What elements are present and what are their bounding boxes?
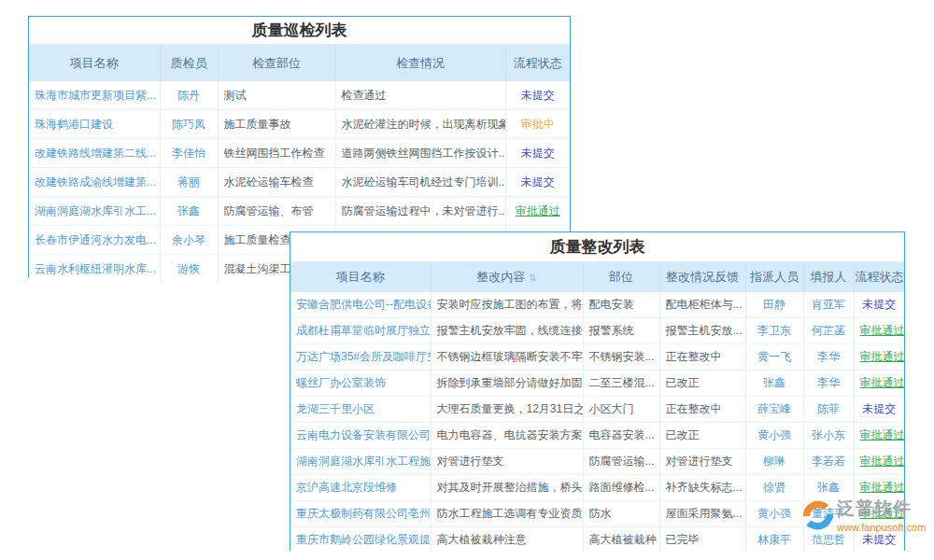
rectification-feedback: 对管进行垫支 <box>659 449 745 475</box>
rectification-feedback: 配电柜柜体与... <box>659 292 745 318</box>
rectification-content: 电力电容器、电抗器安装方案,... <box>431 423 583 449</box>
project-name-link[interactable]: 螺丝厂办公室装饰 <box>290 371 431 397</box>
rectification-part: 路面维修检... <box>583 475 659 501</box>
rectification-part: 报警系统 <box>583 318 659 344</box>
rectification-feedback: 正在整改中 <box>659 397 745 423</box>
inspection-detail: 检查通过 <box>335 81 505 110</box>
assignee-link[interactable]: 柳琳 <box>745 449 803 475</box>
workflow-status[interactable]: 未提交 <box>505 81 570 110</box>
assignee-link[interactable]: 林康平 <box>745 527 803 553</box>
workflow-status[interactable]: 未提交 <box>854 292 904 318</box>
table-row: 湖南洞庭湖水库引水工...张鑫防腐管运输、布管防腐管运输过程中，未对管进行...… <box>29 197 570 226</box>
table-row: 龙湖三千里小区大理石质量更换，12月31日之...小区大门正在整改中薛宝峰陈菲未… <box>290 397 904 423</box>
rectification-part: 高大植被栽种 <box>583 527 659 553</box>
project-name-link[interactable]: 重庆太极制药有限公司亳州中... <box>290 501 431 527</box>
assignee-link[interactable]: 黄一飞 <box>745 344 803 371</box>
reporter-link[interactable]: 李华 <box>803 344 854 371</box>
fanpu-logo-icon <box>801 499 835 533</box>
project-name-link[interactable]: 珠海市城市更新项目紫... <box>29 81 160 110</box>
rectification-content: 防水工程施工选调有专业资质... <box>431 501 583 527</box>
reporter-link[interactable]: 肖亚军 <box>803 292 854 318</box>
workflow-status[interactable]: 未提交 <box>505 168 570 197</box>
fanpu-logo: 泛普软件 www.fanpusoft.com <box>801 496 923 548</box>
inspection-detail: 防腐管运输过程中，未对管进行... <box>335 197 505 226</box>
column-header: 填报人 <box>803 262 854 292</box>
assignee-link[interactable]: 田静 <box>745 292 803 318</box>
inspection-detail: 道路两侧铁丝网围挡工作按设计... <box>335 139 505 168</box>
column-header: 项目名称 <box>290 262 431 292</box>
table-row: 安徽合肥供电公司--配电设备...安装时应按施工图的布置，将...配电安装配电柜… <box>290 292 904 318</box>
workflow-status[interactable]: 审批通过 <box>854 423 904 449</box>
project-name-link[interactable]: 重庆市鹅岭公园绿化景观提升... <box>290 527 431 553</box>
rectification-part: 不锈钢安装... <box>583 344 659 371</box>
fanpu-logo-text: 泛普软件 www.fanpusoft.com <box>837 496 926 533</box>
assignee-link[interactable]: 李卫东 <box>745 318 803 344</box>
project-name-link[interactable]: 珠海鹤港口建设 <box>29 110 160 139</box>
column-header: 检查部位 <box>218 45 335 81</box>
inspection-detail: 水泥砼运输车司机经过专门培训... <box>335 168 505 197</box>
column-header[interactable]: 整改内容⇅ <box>431 262 583 292</box>
column-header: 质检员 <box>160 45 218 81</box>
rectification-feedback: 已改正 <box>659 371 745 397</box>
inspection-part: 施工质量事故 <box>218 110 335 139</box>
project-name-link[interactable]: 长春市伊通河水力发电... <box>29 226 160 255</box>
workflow-status[interactable]: 未提交 <box>505 139 570 168</box>
assignee-link[interactable]: 薛宝峰 <box>745 397 803 423</box>
workflow-status[interactable]: 审批通过 <box>505 197 570 226</box>
rectification-content: 对其及时开展整治措施，桥头... <box>431 475 583 501</box>
rectification-part: 小区大门 <box>583 397 659 423</box>
project-name-link[interactable]: 龙湖三千里小区 <box>290 397 431 423</box>
project-name-link[interactable]: 安徽合肥供电公司--配电设备... <box>290 292 431 318</box>
workflow-status[interactable]: 审批通过 <box>854 371 904 397</box>
inspector-link[interactable]: 游恢 <box>160 255 218 284</box>
assignee-link[interactable]: 黄小强 <box>745 501 803 527</box>
workflow-status[interactable]: 审批通过 <box>854 318 904 344</box>
project-name-link[interactable]: 改建铁路线增建第二线... <box>29 139 160 168</box>
workflow-status[interactable]: 审批中 <box>505 110 570 139</box>
inspector-link[interactable]: 陈丹 <box>160 81 218 110</box>
inspector-link[interactable]: 李佳怡 <box>160 139 218 168</box>
workflow-status[interactable]: 未提交 <box>854 397 904 423</box>
column-header: 流程状态 <box>854 262 904 292</box>
project-name-link[interactable]: 京沪高速北京段维修 <box>290 475 431 501</box>
reporter-link[interactable]: 李若若 <box>803 449 854 475</box>
inspector-link[interactable]: 余小琴 <box>160 226 218 255</box>
table-row: 改建铁路成渝线增建第...蒋丽水泥砼运输车检查水泥砼运输车司机经过专门培训...… <box>29 168 570 197</box>
reporter-link[interactable]: 李华 <box>803 371 854 397</box>
column-header: 流程状态 <box>505 45 570 81</box>
workflow-status[interactable]: 审批通过 <box>854 344 904 371</box>
fanpu-logo-name: 泛普软件 <box>837 496 926 522</box>
project-name-link[interactable]: 云南电力设备安装有限公司20... <box>290 423 431 449</box>
rectification-content: 大理石质量更换，12月31日之... <box>431 397 583 423</box>
reporter-link[interactable]: 陈菲 <box>803 397 854 423</box>
reporter-link[interactable]: 何芷菡 <box>803 318 854 344</box>
column-header: 检查情况 <box>335 45 505 81</box>
project-name-link[interactable]: 云南水利枢纽潜明水库... <box>29 255 160 284</box>
rectification-part: 电容器安装... <box>583 423 659 449</box>
rectification-part: 防水 <box>583 501 659 527</box>
inspector-link[interactable]: 张鑫 <box>160 197 218 226</box>
inspector-link[interactable]: 蒋丽 <box>160 168 218 197</box>
rectification-feedback: 补齐缺失标志... <box>659 475 745 501</box>
rectification-feedback: 屋面采用聚氨... <box>659 501 745 527</box>
rectification-feedback: 正在整改中 <box>659 344 745 371</box>
assignee-link[interactable]: 黄小强 <box>745 423 803 449</box>
assignee-link[interactable]: 徐贤 <box>745 475 803 501</box>
rectification-content: 不锈钢边框玻璃隔断安装不牢... <box>431 344 583 371</box>
assignee-link[interactable]: 张鑫 <box>745 371 803 397</box>
inspection-part: 防腐管运输、布管 <box>218 197 335 226</box>
inspection-table-title: 质量巡检列表 <box>29 17 570 45</box>
rectification-content: 安装时应按施工图的布置，将... <box>431 292 583 318</box>
project-name-link[interactable]: 成都杜甫草堂临时展厅独立展... <box>290 318 431 344</box>
reporter-link[interactable]: 张小东 <box>803 423 854 449</box>
inspection-header-row: 项目名称质检员检查部位检查情况流程状态 <box>29 45 570 81</box>
sort-icon[interactable]: ⇅ <box>529 273 536 283</box>
rectification-part: 二至三楼混... <box>583 371 659 397</box>
project-name-link[interactable]: 改建铁路成渝线增建第... <box>29 168 160 197</box>
project-name-link[interactable]: 万达广场35#会所及咖啡厅空... <box>290 344 431 371</box>
rectification-part: 配电安装 <box>583 292 659 318</box>
project-name-link[interactable]: 湖南洞庭湖水库引水工... <box>29 197 160 226</box>
project-name-link[interactable]: 湖南洞庭湖水库引水工程施工标 <box>290 449 431 475</box>
inspector-link[interactable]: 陈巧凤 <box>160 110 218 139</box>
workflow-status[interactable]: 审批通过 <box>854 449 904 475</box>
